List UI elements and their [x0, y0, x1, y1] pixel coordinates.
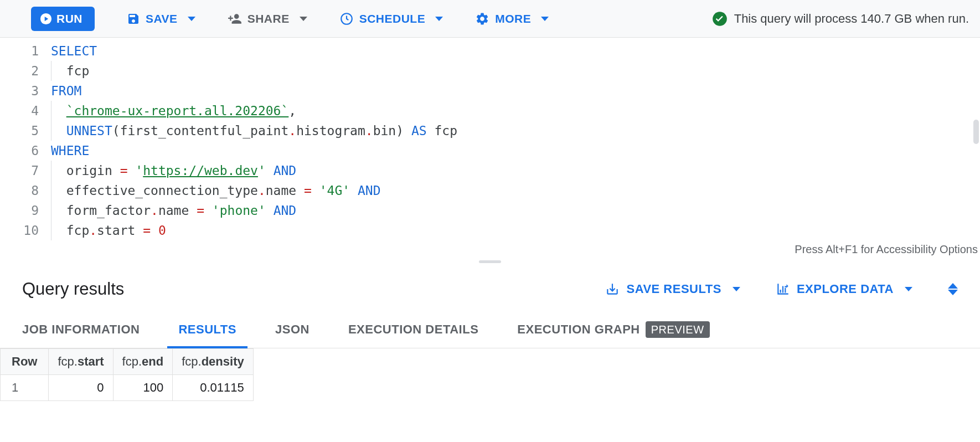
caret-down-icon: [905, 287, 912, 291]
column-header: fcp.end: [113, 349, 173, 375]
drag-handle-icon: [479, 260, 501, 263]
run-label: RUN: [56, 12, 82, 25]
save-results-label: SAVE RESULTS: [626, 282, 721, 296]
gear-icon: [475, 12, 489, 26]
tab-execution-graph[interactable]: EXECUTION GRAPHPREVIEW: [517, 311, 709, 348]
accessibility-hint: Press Alt+F1 for Accessibility Options: [795, 243, 978, 256]
caret-down-icon: [733, 287, 740, 291]
caret-down-icon: [188, 17, 195, 21]
table-row[interactable]: 101000.01115: [1, 375, 254, 401]
tab-results[interactable]: RESULTS: [178, 311, 236, 348]
resize-area[interactable]: [0, 257, 980, 267]
tab-json[interactable]: JSON: [275, 311, 310, 348]
save-button[interactable]: SAVE: [127, 12, 195, 25]
column-header: fcp.density: [173, 349, 254, 375]
clock-icon: [339, 12, 354, 26]
toolbar: RUN SAVE SHARE SCHEDULE MORE This query …: [0, 0, 980, 38]
share-label: SHARE: [247, 12, 290, 25]
save-results-button[interactable]: SAVE RESULTS: [605, 282, 740, 296]
save-icon: [127, 12, 140, 25]
code-area[interactable]: SELECT fcpFROM `chrome-ux-report.all.202…: [51, 41, 980, 257]
results-table: Rowfcp.startfcp.endfcp.density101000.011…: [0, 348, 254, 401]
caret-down-icon: [435, 17, 443, 21]
column-header: Row: [1, 349, 49, 375]
schedule-label: SCHEDULE: [359, 12, 426, 25]
more-button[interactable]: MORE: [475, 12, 549, 26]
play-icon: [40, 13, 52, 25]
caret-up-icon: [948, 283, 958, 289]
more-label: MORE: [495, 12, 531, 25]
status-text: This query will process 140.7 GB when ru…: [734, 12, 969, 26]
vertical-scrollbar[interactable]: [973, 120, 979, 144]
caret-down-icon: [300, 17, 307, 21]
query-status: This query will process 140.7 GB when ru…: [712, 11, 969, 27]
chart-icon: [776, 282, 790, 296]
save-label: SAVE: [146, 12, 178, 25]
results-title: Query results: [22, 279, 124, 299]
explore-data-label: EXPLORE DATA: [797, 282, 894, 296]
share-button[interactable]: SHARE: [228, 12, 307, 26]
column-header: fcp.start: [49, 349, 113, 375]
results-header: Query results SAVE RESULTS EXPLORE DATA: [0, 267, 980, 311]
caret-down-icon: [948, 290, 958, 295]
results-tabs: JOB INFORMATIONRESULTSJSONEXECUTION DETA…: [0, 311, 980, 348]
download-icon: [605, 282, 620, 296]
preview-badge: PREVIEW: [646, 321, 710, 338]
tab-execution-details[interactable]: EXECUTION DETAILS: [348, 311, 478, 348]
tab-job-information[interactable]: JOB INFORMATION: [22, 311, 140, 348]
caret-down-icon: [541, 17, 549, 21]
explore-data-button[interactable]: EXPLORE DATA: [776, 282, 912, 296]
line-gutter: 12345678910: [0, 41, 51, 257]
schedule-button[interactable]: SCHEDULE: [339, 12, 443, 26]
person-add-icon: [228, 12, 242, 26]
check-circle-icon: [712, 11, 728, 27]
collapse-toggle[interactable]: [948, 283, 958, 295]
sql-editor[interactable]: 12345678910 SELECT fcpFROM `chrome-ux-re…: [0, 38, 980, 257]
run-button[interactable]: RUN: [31, 7, 95, 31]
